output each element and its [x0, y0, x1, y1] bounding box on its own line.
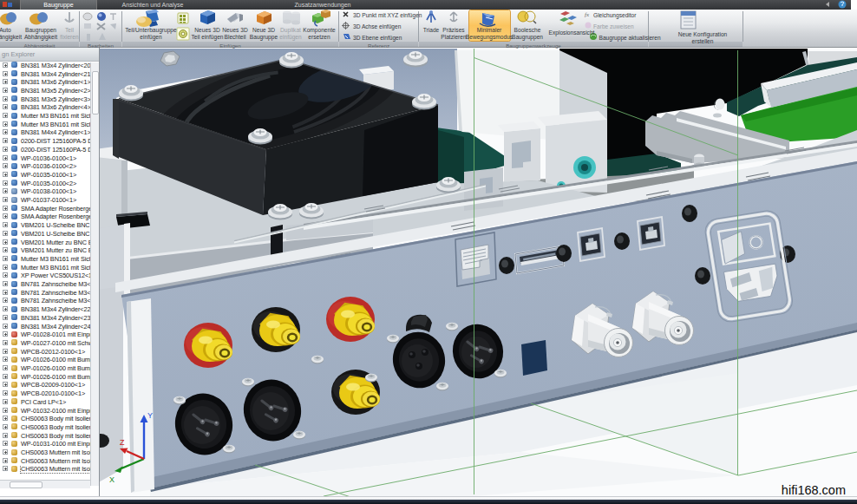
svg-text:Z: Z	[120, 438, 125, 447]
svg-text:X: X	[109, 475, 114, 484]
svg-text:fx: fx	[585, 11, 590, 18]
svg-text:hifi168.com: hifi168.com	[782, 483, 846, 497]
svg-text:Y: Y	[147, 411, 153, 420]
